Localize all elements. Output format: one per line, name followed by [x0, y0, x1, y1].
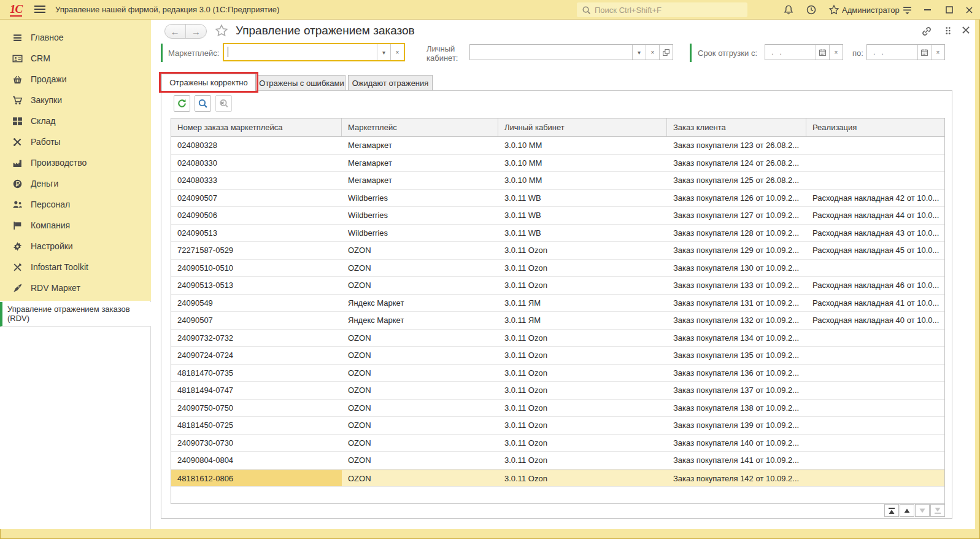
sidebar-item-production[interactable]: Производство: [0, 152, 151, 173]
add-to-favorites-star-icon[interactable]: [215, 24, 228, 37]
back-arrow-icon[interactable]: ←: [165, 25, 186, 38]
cell-cabinet[interactable]: 3.0.11 Ozon: [498, 330, 667, 347]
date-from-clear-icon[interactable]: ×: [829, 45, 843, 60]
cell-order-number[interactable]: 24090507: [171, 312, 342, 329]
cell-cabinet[interactable]: 3.0.11 Ozon: [498, 470, 667, 487]
cell-customer-order[interactable]: Заказ покупателя 142 от 10.09.2...: [667, 470, 806, 487]
sidebar-item-works[interactable]: Работы: [0, 131, 151, 152]
cell-marketplace[interactable]: OZON: [342, 365, 498, 382]
marketplace-input[interactable]: [224, 44, 377, 60]
cell-customer-order[interactable]: Заказ покупателя 129 от 10.09.2...: [667, 242, 806, 259]
table-row[interactable]: 24090513-0513 OZON 3.0.11 Ozon Заказ пок…: [171, 277, 944, 295]
cell-realization[interactable]: Расходная накладная 44 от 10.0...: [806, 207, 944, 224]
table-row[interactable]: 48181470-0735 OZON 3.0.11 Ozon Заказ пок…: [171, 365, 944, 382]
cell-order-number[interactable]: 24090750-0750: [171, 400, 342, 417]
cell-realization[interactable]: [806, 347, 944, 364]
column-header[interactable]: Маркетплейс: [342, 118, 498, 136]
cell-cabinet[interactable]: 3.0.11 WB: [498, 207, 667, 224]
table-row[interactable]: 24090730-0730 OZON 3.0.11 Ozon Заказ пок…: [171, 435, 944, 452]
cell-marketplace[interactable]: OZON: [342, 277, 498, 294]
cell-customer-order[interactable]: Заказ покупателя 139 от 10.09.2...: [667, 417, 806, 434]
minimize-button[interactable]: [922, 5, 933, 15]
cell-order-number[interactable]: 024080330: [171, 155, 342, 172]
cell-customer-order[interactable]: Заказ покупателя 123 от 26.08.2...: [667, 137, 806, 154]
scroll-to-top-icon[interactable]: [884, 504, 899, 517]
cell-order-number[interactable]: 72271587-0529: [171, 242, 342, 259]
table-row[interactable]: 024080330 Мегамаркет 3.0.10 ММ Заказ пок…: [171, 155, 944, 173]
table-row[interactable]: 24090549 Яндекс Маркет 3.0.11 ЯМ Заказ п…: [171, 295, 944, 312]
cell-order-number[interactable]: 024090506: [171, 207, 342, 224]
cell-order-number[interactable]: 024090513: [171, 225, 342, 242]
table-row[interactable]: 024090507 Wildberries 3.0.11 WB Заказ по…: [171, 190, 944, 207]
cell-order-number[interactable]: 48181470-0735: [171, 365, 342, 382]
cell-cabinet[interactable]: 3.0.11 Ozon: [498, 242, 667, 259]
cell-marketplace[interactable]: Wildberries: [342, 225, 498, 242]
ship-date-from-field[interactable]: . . ×: [765, 44, 843, 60]
cell-customer-order[interactable]: Заказ покупателя 133 от 10.09.2...: [667, 277, 806, 294]
tab-reflected-correctly[interactable]: Отражены корректно: [161, 74, 256, 91]
cell-cabinet[interactable]: 3.0.11 Ozon: [498, 435, 667, 452]
cell-marketplace[interactable]: Wildberries: [342, 190, 498, 207]
cell-customer-order[interactable]: Заказ покупателя 135 от 10.09.2...: [667, 347, 806, 364]
cell-cabinet[interactable]: 3.0.10 ММ: [498, 155, 667, 172]
cell-customer-order[interactable]: Заказ покупателя 132 от 10.09.2...: [667, 312, 806, 329]
cell-customer-order[interactable]: Заказ покупателя 140 от 10.09.2...: [667, 435, 806, 452]
cell-realization[interactable]: [806, 400, 944, 417]
cell-marketplace[interactable]: OZON: [342, 452, 498, 469]
cell-customer-order[interactable]: Заказ покупателя 124 от 26.08.2...: [667, 155, 806, 172]
cell-cabinet[interactable]: 3.0.11 ЯМ: [498, 312, 667, 329]
get-link-icon[interactable]: [920, 25, 933, 37]
cell-cabinet[interactable]: 3.0.11 ЯМ: [498, 295, 667, 312]
cell-realization[interactable]: [806, 172, 944, 189]
cell-customer-order[interactable]: Заказ покупателя 141 от 10.09.2...: [667, 452, 806, 469]
table-row[interactable]: 48181450-0725 OZON 3.0.11 Ozon Заказ пок…: [171, 417, 944, 435]
date-to-value[interactable]: . .: [867, 47, 885, 56]
cell-customer-order[interactable]: Заказ покупателя 136 от 10.09.2...: [667, 365, 806, 382]
cell-realization[interactable]: [806, 330, 944, 347]
sidebar-item-rdv-market[interactable]: RDV Маркет: [0, 277, 151, 298]
cell-marketplace[interactable]: OZON: [342, 260, 498, 277]
cell-customer-order[interactable]: Заказ покупателя 130 от 10.09.2...: [667, 260, 806, 277]
table-row[interactable]: 024090506 Wildberries 3.0.11 WB Заказ по…: [171, 207, 944, 225]
cabinet-open-icon[interactable]: [659, 45, 673, 60]
cell-marketplace[interactable]: OZON: [342, 242, 498, 259]
cell-order-number[interactable]: 48181494-0747: [171, 382, 342, 399]
cabinet-input[interactable]: [470, 45, 632, 60]
cell-order-number[interactable]: 24090724-0724: [171, 347, 342, 364]
sidebar-item-staff[interactable]: Персонал: [0, 194, 151, 215]
cell-customer-order[interactable]: Заказ покупателя 126 от 10.09.2...: [667, 190, 806, 207]
cell-realization[interactable]: [806, 452, 944, 469]
cell-realization[interactable]: [806, 137, 944, 154]
cell-order-number[interactable]: 24090730-0730: [171, 435, 342, 452]
cabinet-clear-icon[interactable]: ×: [646, 45, 659, 60]
calendar-icon[interactable]: [917, 45, 931, 60]
table-row[interactable]: 024080328 Мегамаркет 3.0.10 ММ Заказ пок…: [171, 137, 944, 155]
cell-customer-order[interactable]: Заказ покупателя 137 от 10.09.2...: [667, 382, 806, 399]
sidebar-item-purchases[interactable]: Закупки: [0, 90, 151, 111]
sidebar-item-settings[interactable]: Настройки: [0, 236, 151, 257]
ship-date-to-field[interactable]: . . ×: [866, 44, 945, 60]
history-icon[interactable]: [806, 4, 817, 15]
cell-customer-order[interactable]: Заказ покупателя 131 от 10.09.2...: [667, 295, 806, 312]
table-row[interactable]: 24090724-0724 OZON 3.0.11 Ozon Заказ пок…: [171, 347, 944, 365]
cell-cabinet[interactable]: 3.0.11 Ozon: [498, 382, 667, 399]
cell-realization[interactable]: [806, 470, 944, 487]
table-row[interactable]: 48181612-0806 OZON 3.0.11 Ozon Заказ пок…: [171, 470, 944, 487]
table-row[interactable]: 24090732-0732 OZON 3.0.11 Ozon Заказ пок…: [171, 330, 944, 347]
cell-customer-order[interactable]: Заказ покупателя 127 от 10.09.2...: [667, 207, 806, 224]
table-row[interactable]: 024090513 Wildberries 3.0.11 WB Заказ по…: [171, 225, 944, 242]
marketplace-dropdown-icon[interactable]: ▾: [377, 44, 390, 60]
cell-customer-order[interactable]: Заказ покупателя 125 от 26.08.2...: [667, 172, 806, 189]
close-window-icon[interactable]: [963, 5, 974, 15]
sidebar-item-company[interactable]: Компания: [0, 215, 151, 236]
cell-order-number[interactable]: 48181612-0806: [171, 470, 342, 487]
cell-cabinet[interactable]: 3.0.10 ММ: [498, 137, 667, 154]
more-actions-icon[interactable]: [943, 25, 955, 37]
user-menu-icon[interactable]: [902, 6, 913, 17]
cell-realization[interactable]: Расходная накладная 40 от 10.0...: [806, 312, 944, 329]
current-user[interactable]: Администратор: [842, 6, 900, 15]
notifications-bell-icon[interactable]: [783, 4, 794, 15]
cabinet-combobox[interactable]: ▾ ×: [469, 44, 673, 60]
table-row[interactable]: 24090510-0510 OZON 3.0.11 Ozon Заказ пок…: [171, 260, 944, 277]
cell-marketplace[interactable]: Мегамаркет: [342, 172, 498, 189]
